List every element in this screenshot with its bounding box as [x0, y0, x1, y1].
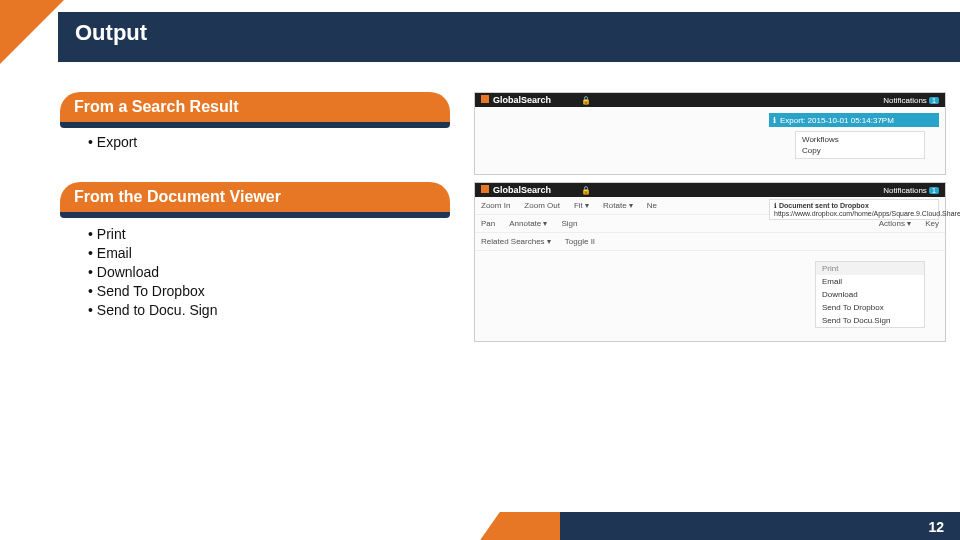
- dropbox-note-url: https://www.dropbox.com/home/Apps/Square…: [774, 210, 960, 217]
- list-item: Print: [88, 226, 450, 242]
- page-title: Output: [75, 20, 147, 46]
- menu-item: Email: [816, 275, 924, 288]
- section-document-viewer: From the Document Viewer Print Email Dow…: [60, 182, 450, 321]
- toolbar-item: Zoom Out: [524, 201, 560, 210]
- notifications-badge: 1: [929, 187, 939, 194]
- app-header: GlobalSearch🔒 Notifications 1: [475, 183, 945, 197]
- list-item: Download: [88, 264, 450, 280]
- toolbar-item: Actions ▾: [879, 219, 911, 228]
- toolbar-item: Fit ▾: [574, 201, 589, 210]
- bullet-list: Export: [60, 134, 450, 150]
- logo-icon: [481, 185, 489, 193]
- actions-dropdown: Print Email Download Send To Dropbox Sen…: [815, 261, 925, 328]
- list-item: Send To Dropbox: [88, 283, 450, 299]
- menu-item: Send To Dropbox: [816, 301, 924, 314]
- dropbox-notification: ℹ Document sent to Dropbox https://www.d…: [769, 199, 939, 220]
- menu-item: Send To Docu.Sign: [816, 314, 924, 327]
- section-heading: From the Document Viewer: [60, 182, 450, 212]
- dropbox-note-title: Document sent to Dropbox: [779, 202, 869, 209]
- heading-underline: [60, 212, 450, 218]
- app-name: GlobalSearch: [493, 185, 551, 195]
- toolbar-item: Pan: [481, 219, 495, 228]
- section-heading: From a Search Result: [60, 92, 450, 122]
- section-search-result: From a Search Result Export: [60, 92, 450, 153]
- lock-icon: 🔒: [581, 96, 591, 105]
- viewer-toolbar-3: Related Searches ▾ Toggle II: [475, 233, 945, 251]
- list-item: Send to Docu. Sign: [88, 302, 450, 318]
- screenshot-document-viewer: GlobalSearch🔒 Notifications 1 ℹ Document…: [474, 182, 946, 342]
- app-header: GlobalSearch🔒 Notifications 1: [475, 93, 945, 107]
- toolbar-item: Rotate ▾: [603, 201, 633, 210]
- export-banner: ℹ Export: 2015-10-01 05:14:37PM: [769, 113, 939, 127]
- page-number: 12: [928, 519, 944, 535]
- notifications-badge: 1: [929, 97, 939, 104]
- lock-icon: 🔒: [581, 186, 591, 195]
- logo-icon: [481, 95, 489, 103]
- toolbar-item: Toggle II: [565, 237, 595, 246]
- footer-bar: [560, 512, 960, 540]
- toolbar-item: Zoom In: [481, 201, 510, 210]
- toolbar-item: Ne: [647, 201, 657, 210]
- toolbar-item: Related Searches ▾: [481, 237, 551, 246]
- context-menu: Workflows Copy: [795, 131, 925, 159]
- bullet-list: Print Email Download Send To Dropbox Sen…: [60, 226, 450, 318]
- app-name: GlobalSearch: [493, 95, 551, 105]
- heading-underline: [60, 122, 450, 128]
- menu-item: Workflows: [802, 134, 918, 145]
- toolbar-item: Key: [925, 219, 939, 228]
- export-banner-text: Export: 2015-10-01 05:14:37PM: [780, 116, 894, 125]
- screenshot-search-result: GlobalSearch🔒 Notifications 1 ℹ Export: …: [474, 92, 946, 175]
- menu-item: Download: [816, 288, 924, 301]
- menu-item: Copy: [802, 145, 918, 156]
- toolbar-item: Sign: [561, 219, 577, 228]
- toolbar-item: Annotate ▾: [509, 219, 547, 228]
- title-bar: [58, 12, 960, 62]
- list-item: Export: [88, 134, 450, 150]
- list-item: Email: [88, 245, 450, 261]
- menu-item: Print: [816, 262, 924, 275]
- corner-accent: [0, 0, 64, 64]
- notifications-label: Notifications: [883, 96, 927, 105]
- notifications-label: Notifications: [883, 186, 927, 195]
